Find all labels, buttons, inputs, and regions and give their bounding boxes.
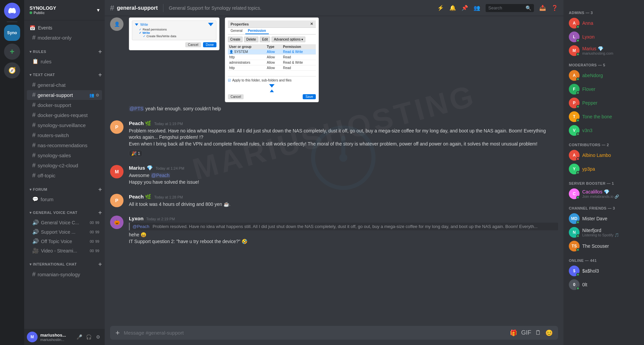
channel-item-synology-sales[interactable]: # synology-sales xyxy=(27,151,102,160)
member-item-0lt[interactable]: 0 0lt xyxy=(566,278,641,291)
member-item-the-scouser[interactable]: TS The Scouser xyxy=(566,239,641,253)
cancel-button-2[interactable]: Cancel xyxy=(228,94,244,99)
channel-list: 📅 Events # moderator-only ▾ RULES + 📋 ru… xyxy=(24,20,105,329)
sticker-icon[interactable]: 🗒 xyxy=(535,329,541,336)
channel-item-general-chat[interactable]: # general-chat xyxy=(27,80,102,90)
member-item-v3n3[interactable]: V v3n3 xyxy=(566,124,641,137)
channel-item-romanian[interactable]: # romanian-synology xyxy=(27,270,102,279)
channel-item-docker-support[interactable]: # docker-support xyxy=(27,100,102,110)
add-intl-button[interactable]: + xyxy=(98,261,102,268)
add-file-button[interactable]: + xyxy=(115,329,120,337)
close-icon[interactable]: ✕ xyxy=(310,22,313,26)
done-button[interactable]: Done xyxy=(203,42,216,47)
message-input-box: + 🎁 GIF 🗒 😊 xyxy=(110,326,558,340)
save-button[interactable]: Save xyxy=(303,94,316,99)
member-item-yp3pa[interactable]: Y yp3pa xyxy=(566,162,641,176)
member-category-contributors: CONTRIBUTORS — 2 xyxy=(563,137,644,148)
member-item-flover[interactable]: F Flover xyxy=(566,82,641,96)
gift-icon[interactable]: 🎁 xyxy=(510,329,517,337)
emoji-icon[interactable]: 😊 xyxy=(545,329,553,337)
mention[interactable]: @PTS xyxy=(129,106,144,111)
category-text-chat[interactable]: ▾ TEXT CHAT + xyxy=(24,66,105,80)
channel-item-general-support[interactable]: # general-support 👥 ⚙ xyxy=(27,90,102,100)
message-timestamp: Today at 2:19 PM xyxy=(146,217,175,221)
create-btn[interactable]: Create xyxy=(228,37,243,42)
add-channel-button[interactable]: + xyxy=(98,48,102,55)
add-text-channel-button[interactable]: + xyxy=(98,71,102,78)
category-forum[interactable]: ▾ FORUM + xyxy=(24,181,105,194)
server-header[interactable]: SYNOLOGY Public ▾ xyxy=(24,0,105,20)
member-item-sashol3[interactable]: $ $a$hol3 xyxy=(566,264,641,278)
table-row[interactable]: httpAllowRead xyxy=(228,55,316,60)
home-button[interactable] xyxy=(4,3,20,19)
member-item-tone[interactable]: T Tone the bone xyxy=(566,110,641,123)
reaction-area: 🎉 1 xyxy=(129,149,558,157)
category-rules[interactable]: ▾ RULES + xyxy=(24,43,105,57)
search-input[interactable] xyxy=(488,5,523,10)
gif-icon[interactable]: GIF xyxy=(521,329,531,336)
channel-item-moderator-only[interactable]: # moderator-only xyxy=(27,33,102,43)
members-list-icon[interactable]: 👥 xyxy=(474,5,480,11)
settings-button[interactable]: ⚙ xyxy=(94,333,102,341)
channel-item-synology-surv[interactable]: # synology-surveillance xyxy=(27,120,102,130)
mute-button[interactable]: 🎤 xyxy=(75,333,83,341)
screenshot-permissions-1: Write ✓ Read permissions ✓ Write ✓ Creat… xyxy=(129,17,219,50)
member-item-albino[interactable]: A Albino Lambo xyxy=(566,149,641,162)
voice-general[interactable]: 🔊 General Voice C... 0099 xyxy=(27,218,102,227)
status-indicator xyxy=(576,157,580,161)
channel-item-synology-c2[interactable]: # synology-c2-cloud xyxy=(27,161,102,170)
voice-off-topic[interactable]: 🔊 Off Topic Voice 0099 xyxy=(27,237,102,246)
server-icon-synology[interactable]: Syno xyxy=(4,25,20,41)
reaction-party[interactable]: 🎉 1 xyxy=(129,150,143,157)
channel-item-rules[interactable]: 📋 rules xyxy=(27,57,102,66)
member-item-marius[interactable]: M Marius 💎 mariushosting.com xyxy=(566,44,641,57)
add-voice-button[interactable]: + xyxy=(98,209,102,216)
table-row[interactable]: 👤 SYSTEMAllowRead & Write xyxy=(228,49,316,55)
member-item-lyxon[interactable]: L Lyxon xyxy=(566,30,641,44)
advanced-btn[interactable]: Advanced options ▾ xyxy=(271,37,305,42)
member-category-booster: SERVER BOOSTER — 1 xyxy=(563,176,644,187)
inbox-icon[interactable]: 📥 xyxy=(539,5,546,11)
cancel-button[interactable]: Cancel xyxy=(185,42,201,47)
delete-btn[interactable]: Delete xyxy=(244,37,258,42)
message-input[interactable] xyxy=(124,326,506,340)
search-bar[interactable]: 🔍 xyxy=(486,4,534,12)
member-item-abendorg[interactable]: A abeNdorg xyxy=(566,69,641,82)
checkbox-icon: ☑ xyxy=(228,78,231,82)
table-row[interactable]: administratorsAllowRead & Write xyxy=(228,60,316,65)
edit-btn[interactable]: Edit xyxy=(260,37,270,42)
main-content: # general-support General Support for Sy… xyxy=(105,0,563,345)
channel-item-forum[interactable]: 💬 forum xyxy=(27,195,102,204)
mute-notifications-icon[interactable]: 🔔 xyxy=(449,5,456,11)
voice-support[interactable]: 🔊 Support Voice ... 0099 xyxy=(27,227,102,236)
member-item-cacalillos[interactable]: C Cacalillos 💎 Join metabrands.io 🔗 xyxy=(566,187,641,200)
category-intl[interactable]: ▾ INTERNATIONAL CHAT + xyxy=(24,255,105,269)
member-item-pepper[interactable]: P Pepper xyxy=(566,96,641,110)
member-name: yp3pa xyxy=(582,166,595,172)
channel-item-off-topic[interactable]: # off-topic xyxy=(27,171,102,180)
voice-icon: 🔊 xyxy=(32,229,39,235)
tab-general[interactable]: General xyxy=(228,28,245,34)
category-voice[interactable]: ▾ GENERAL VOICE CHAT + xyxy=(24,204,105,218)
table-row[interactable]: httpAllowRead xyxy=(228,65,316,71)
channel-item-nas-rec[interactable]: # nas-recommendations xyxy=(27,140,102,150)
explore-button[interactable]: 🧭 xyxy=(4,62,20,78)
member-item-niterfjord[interactable]: N Niterfjord Listening to Spotify 🎵 xyxy=(566,226,641,239)
channel-item-routers[interactable]: # routers-switch xyxy=(27,130,102,140)
threads-icon[interactable]: ⚡ xyxy=(437,5,444,11)
member-name: 0lt xyxy=(582,282,587,287)
pin-icon[interactable]: 📌 xyxy=(461,5,468,11)
member-item-anna[interactable]: A Anna xyxy=(566,16,641,30)
status-dot xyxy=(30,11,32,14)
add-forum-button[interactable]: + xyxy=(98,186,102,193)
mention-peach[interactable]: @Peach xyxy=(151,173,170,178)
voice-video[interactable]: 🎥 Video - Streami... 0099 xyxy=(27,246,102,255)
add-server-button[interactable]: + xyxy=(4,44,20,60)
deafen-button[interactable]: 🎧 xyxy=(85,333,93,341)
member-item-mister-dave[interactable]: MD Mister Dave xyxy=(566,212,641,225)
channel-item-docker-guides[interactable]: # docker-guides-request xyxy=(27,110,102,120)
user-info: mariushos... mariushostin... xyxy=(40,333,72,342)
help-icon[interactable]: ❓ xyxy=(551,5,558,11)
tab-permission[interactable]: Permission xyxy=(245,28,269,34)
events-item[interactable]: 📅 Events xyxy=(24,23,105,33)
